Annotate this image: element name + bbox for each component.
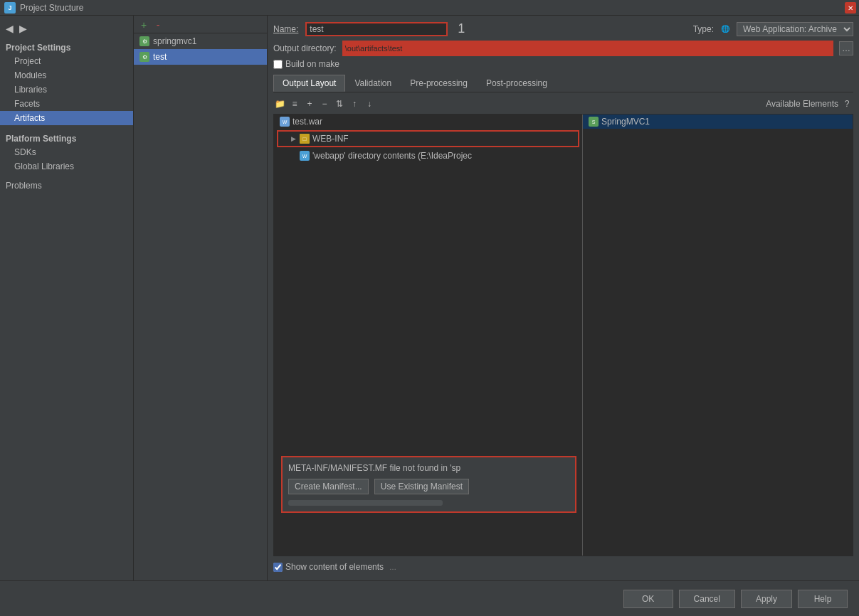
sort-icon[interactable]: ⇅ [333, 97, 346, 110]
project-toolbar: + - [134, 17, 267, 33]
help-button[interactable]: Help [798, 590, 848, 608]
title-bar: J Project Structure ✕ [0, 0, 859, 16]
split-panel: W test.war ▶ □ WEB-INF W 'webapp' dire [273, 114, 853, 556]
spring-icon: S [589, 117, 599, 127]
expand-arrow-icon: ▶ [290, 135, 297, 142]
tree-item-web-inf[interactable]: ▶ □ WEB-INF [277, 130, 579, 147]
show-content-row: Show content of elements … [273, 559, 853, 575]
show-content-more-icon[interactable]: … [389, 563, 396, 571]
available-elements-label: Available Elements [766, 99, 838, 109]
close-button[interactable]: ✕ [845, 2, 856, 14]
list-icon[interactable]: ≡ [288, 97, 301, 110]
sidebar-item-project[interactable]: Project [0, 54, 133, 68]
create-manifest-button[interactable]: Create Manifest... [288, 479, 369, 494]
sidebar-item-artifacts[interactable]: Artifacts [0, 111, 133, 125]
output-dir-label: Output directory: [273, 43, 337, 53]
use-existing-manifest-button[interactable]: Use Existing Manifest [374, 479, 469, 494]
nav-forward-icon[interactable]: ▶ [19, 23, 27, 34]
cancel-button[interactable]: Cancel [679, 590, 735, 608]
build-on-make-row: Build on make [273, 59, 853, 69]
manifest-message: META-INF/MANIFEST.MF file not found in '… [288, 463, 569, 473]
name-type-row: Name: 1 Type: 🌐 Web Application: Archive [273, 21, 853, 36]
apply-button[interactable]: Apply [741, 590, 792, 608]
title-bar-text: Project Structure [20, 3, 83, 13]
project-item-test[interactable]: ⚙ test [134, 49, 267, 65]
folder-icon[interactable]: 📁 [273, 97, 286, 110]
tab-validation[interactable]: Validation [345, 75, 401, 92]
tab-output-layout[interactable]: Output Layout [273, 75, 345, 92]
available-panel: S SpringMVC1 [582, 115, 853, 556]
manifest-buttons: Create Manifest... Use Existing Manifest [288, 479, 569, 494]
build-on-make-label: Build on make [285, 59, 339, 69]
sidebar-item-sdks[interactable]: SDKs [0, 145, 133, 159]
type-select[interactable]: Web Application: Archive [737, 22, 853, 36]
build-on-make-checkbox[interactable] [273, 60, 283, 69]
tab-bar: Output Layout Validation Pre-processing … [273, 75, 853, 92]
add-item-button[interactable]: + [303, 97, 316, 110]
help-icon[interactable]: ? [840, 97, 853, 110]
move-down-button[interactable]: ↓ [363, 97, 376, 110]
remove-item-button[interactable]: − [318, 97, 331, 110]
move-up-button[interactable]: ↑ [348, 97, 361, 110]
output-dir-browse-button[interactable]: … [839, 41, 853, 55]
sidebar-item-libraries[interactable]: Libraries [0, 83, 133, 97]
content-toolbar: 📁 ≡ + − ⇅ ↑ ↓ Available Elements ? [273, 95, 853, 112]
remove-artifact-button[interactable]: - [152, 19, 164, 31]
output-dir-row: Output directory: \out\artifacts\test … [273, 41, 853, 56]
nav-back-icon[interactable]: ◀ [6, 23, 14, 34]
manifest-scrollbar [288, 500, 443, 506]
ok-button[interactable]: OK [623, 590, 673, 608]
annotation-1: 1 [458, 21, 465, 36]
tab-pre-processing[interactable]: Pre-processing [401, 75, 477, 92]
output-dir-display: \out\artifacts\test [342, 41, 833, 56]
webapp-icon: W [300, 151, 310, 161]
sidebar-item-modules[interactable]: Modules [0, 68, 133, 83]
project-settings-label: Project Settings [0, 40, 133, 54]
bottom-bar: OK Cancel Apply Help [0, 580, 859, 616]
folder-icon: □ [300, 134, 310, 144]
nav-arrows: ◀ ▶ [0, 20, 133, 37]
add-artifact-button[interactable]: + [138, 19, 149, 31]
name-label: Name: [273, 24, 298, 34]
name-input-wrapper [305, 22, 448, 36]
show-content-checkbox[interactable] [273, 563, 283, 572]
name-input[interactable] [310, 24, 443, 34]
tab-post-processing[interactable]: Post-processing [477, 75, 557, 92]
app-icon: J [4, 2, 16, 14]
show-content-label: Show content of elements [285, 562, 384, 572]
sidebar: ◀ ▶ Project Settings Project Modules Lib… [0, 16, 134, 580]
project-icon-test: ⚙ [139, 52, 149, 62]
available-item-springmvc1[interactable]: S SpringMVC1 [583, 115, 853, 129]
war-icon: W [280, 117, 290, 127]
sidebar-item-facets[interactable]: Facets [0, 97, 133, 111]
tree-item-webapp-contents[interactable]: W 'webapp' directory contents (E:\IdeaPr… [274, 149, 582, 163]
manifest-popup: META-INF/MANIFEST.MF file not found in '… [281, 456, 576, 513]
platform-settings-label: Platform Settings [0, 131, 133, 145]
project-list-area: + - ⚙ springmvc1 ⚙ test [134, 16, 268, 580]
type-icon: 🌐 [721, 25, 729, 33]
sidebar-item-global-libraries[interactable]: Global Libraries [0, 159, 133, 174]
tree-item-test-war[interactable]: W test.war [274, 115, 582, 129]
sidebar-item-problems[interactable]: Problems [0, 176, 133, 193]
project-item-springmvc1[interactable]: ⚙ springmvc1 [134, 33, 267, 49]
detail-panel: Name: 1 Type: 🌐 Web Application: Archive [268, 16, 859, 580]
middle-section: + - ⚙ springmvc1 ⚙ test Name: [134, 16, 859, 580]
project-icon-springmvc1: ⚙ [139, 36, 149, 46]
type-label: Type: [693, 24, 714, 34]
